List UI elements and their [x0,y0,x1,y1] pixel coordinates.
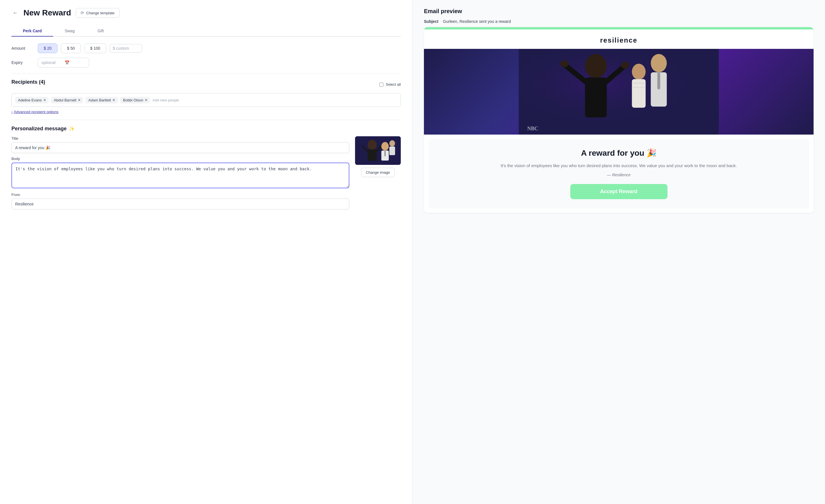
recipient-name-adeline: Adeline Evans [18,98,42,102]
subject-row: Subject Gurleen, Resilience sent you a r… [424,19,814,24]
custom-amount-field[interactable]: $ [110,44,142,53]
amount-label: Amount [11,46,34,51]
recipients-heading: Recipients (4) [11,79,45,85]
left-panel: ← New Reward ⟳ Change template Perk Card… [0,0,412,504]
remove-adam-button[interactable]: × [112,98,115,102]
message-layout: Title Body It's the vision of employees … [11,136,401,213]
tab-gift[interactable]: Gift [86,26,115,36]
recipient-tag-abdul: Abdul Barnett × [51,97,83,103]
accept-reward-button[interactable]: Accept Reward [570,184,668,199]
add-people-input[interactable]: Add new people [152,97,179,103]
page-header: ← New Reward ⟳ Change template [11,8,401,18]
amount-100-button[interactable]: $ 100 [84,44,106,53]
expiry-field[interactable]: optional 📅 [38,58,89,67]
email-content-box: A reward for you 🎉 It's the vision of em… [429,139,809,208]
remove-abdul-button[interactable]: × [78,98,80,102]
image-thumbnail [355,136,401,165]
svg-point-18 [651,54,667,72]
change-template-button[interactable]: ⟳ Change template [76,8,120,18]
svg-rect-9 [389,147,395,155]
message-fields: Title Body It's the vision of employees … [11,136,349,213]
from-input[interactable] [11,198,349,209]
svg-rect-13 [585,77,607,117]
change-template-label: Change template [86,11,115,15]
svg-point-8 [389,140,395,147]
recipients-box[interactable]: Adeline Evans × Abdul Barnett × Adam Bar… [11,93,401,107]
chevron-right-icon: › [11,110,13,114]
calendar-icon: 📅 [65,60,85,65]
svg-point-5 [381,142,389,151]
reward-from: — Resilience [435,173,802,177]
amount-20-button[interactable]: $ 20 [38,44,58,53]
sparkle-icon: ✨ [69,126,75,132]
personalized-title-text: Personalized message [11,126,67,132]
tab-perk-card[interactable]: Perk Card [11,26,53,36]
advanced-recipient-link[interactable]: › Advanced recipient options [11,110,401,114]
body-textarea[interactable]: It's the vision of employees like you wh… [11,163,349,188]
amount-50-button[interactable]: $ 50 [61,44,81,53]
expiry-row: Expiry optional 📅 [11,58,401,67]
svg-rect-2 [368,150,377,161]
recipients-header: Recipients (4) Select all [11,79,401,90]
recipient-tag-bobbi: Bobbi Olson × [120,97,150,103]
svg-rect-22 [632,79,646,108]
personalized-heading: Personalized message ✨ [11,126,401,132]
custom-amount-input[interactable] [116,46,139,51]
green-bar [424,27,814,29]
email-logo: resilience [424,29,814,49]
select-all-checkbox[interactable] [379,83,383,87]
svg-rect-7 [384,151,386,156]
title-field-label: Title [11,136,349,141]
email-hero-image: NBC [424,49,814,135]
email-preview-title: Email preview [424,8,814,15]
recipient-tag-adeline: Adeline Evans × [15,97,49,103]
svg-point-17 [621,62,629,69]
back-button[interactable]: ← [11,9,19,17]
right-panel: Email preview Subject Gurleen, Resilienc… [412,0,825,504]
subject-value: Gurleen, Resilience sent you a reward [443,19,511,24]
expiry-label: Expiry [11,60,34,65]
remove-bobbi-button[interactable]: × [145,98,147,102]
page-title: New Reward [23,8,71,17]
from-field-label: From [11,192,349,197]
change-image-button[interactable]: Change image [361,168,395,177]
divider-2 [11,120,401,120]
svg-point-1 [368,140,377,150]
recipient-name-abdul: Abdul Barnett [54,98,76,102]
recipient-tag-adam: Adam Bartlett × [85,97,118,103]
recipient-name-bobbi: Bobbi Olson [123,98,143,102]
amount-row: Amount $ 20 $ 50 $ 100 $ [11,44,401,53]
svg-point-12 [585,54,607,78]
expiry-placeholder: optional [42,60,62,65]
reward-body: It's the vision of employees like you wh… [435,162,802,169]
personalized-message-section: Personalized message ✨ Title Body It's t… [11,126,401,213]
tab-swag[interactable]: Swag [53,26,86,36]
body-field-label: Body [11,157,349,161]
svg-point-16 [560,60,569,67]
select-all-text: Select all [386,82,401,87]
svg-rect-11 [519,49,719,135]
svg-rect-20 [658,72,660,89]
svg-text:NBC: NBC [527,126,538,132]
title-input[interactable] [11,142,349,153]
reward-title: A reward for you 🎉 [435,148,802,158]
dollar-sign: $ [113,46,115,51]
select-all-label[interactable]: Select all [379,82,401,87]
email-card: resilience [424,27,814,213]
tabs-container: Perk Card Swag Gift [11,26,401,36]
thumbnail-svg [355,136,401,165]
image-panel: Change image [355,136,401,177]
recipient-name-adam: Adam Bartlett [88,98,111,102]
remove-adeline-button[interactable]: × [44,98,46,102]
svg-point-21 [632,64,646,80]
recipients-section: Recipients (4) Select all Adeline Evans … [11,79,401,114]
advanced-link-text: Advanced recipient options [14,110,58,114]
hero-scene-svg: NBC [424,49,814,135]
refresh-icon: ⟳ [81,11,84,15]
subject-label: Subject [424,19,439,24]
